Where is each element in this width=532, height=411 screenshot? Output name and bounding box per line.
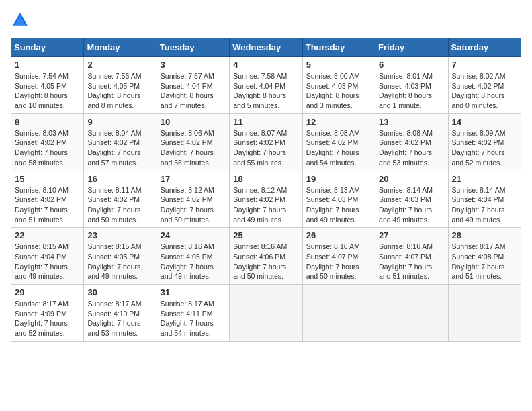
sunrise-label: Sunrise: 8:16 AM: [306, 242, 360, 250]
daylight-label: Daylight: 7 hours and 53 minutes.: [379, 148, 432, 167]
daylight-label: Daylight: 8 hours and 5 minutes.: [233, 91, 286, 109]
day-info: Sunrise: 8:08 AM Sunset: 4:02 PM Dayligh…: [379, 128, 444, 168]
day-cell-25: 25 Sunrise: 8:16 AM Sunset: 4:06 PM Dayl…: [230, 228, 302, 285]
sunrise-label: Sunrise: 8:16 AM: [161, 242, 214, 250]
day-number: 21: [452, 174, 517, 184]
day-cell-8: 8 Sunrise: 8:03 AM Sunset: 4:02 PM Dayli…: [11, 113, 84, 171]
header-row: SundayMondayTuesdayWednesdayThursdayFrid…: [11, 38, 521, 57]
week-row-3: 15 Sunrise: 8:10 AM Sunset: 4:02 PM Dayl…: [11, 171, 521, 228]
day-info: Sunrise: 8:16 AM Sunset: 4:07 PM Dayligh…: [379, 242, 444, 281]
day-cell-9: 9 Sunrise: 8:04 AM Sunset: 4:02 PM Dayli…: [84, 113, 157, 171]
sunset-label: Sunset: 4:07 PM: [379, 253, 431, 261]
sunset-label: Sunset: 4:07 PM: [306, 253, 359, 261]
day-number: 24: [161, 230, 226, 240]
sunrise-label: Sunrise: 8:08 AM: [306, 129, 360, 137]
daylight-label: Daylight: 8 hours and 3 minutes.: [306, 91, 359, 109]
day-header-wednesday: Wednesday: [230, 38, 302, 57]
day-info: Sunrise: 8:06 AM Sunset: 4:02 PM Dayligh…: [161, 128, 226, 168]
empty-cell: [230, 285, 302, 342]
sunrise-label: Sunrise: 7:58 AM: [233, 72, 287, 80]
sunset-label: Sunset: 4:04 PM: [15, 253, 67, 261]
sunrise-label: Sunrise: 8:17 AM: [15, 300, 69, 308]
sunrise-label: Sunrise: 8:09 AM: [452, 129, 506, 137]
day-info: Sunrise: 8:10 AM Sunset: 4:02 PM Dayligh…: [15, 185, 80, 225]
daylight-label: Daylight: 7 hours and 50 minutes.: [161, 205, 214, 224]
day-number: 10: [161, 117, 226, 127]
sunrise-label: Sunrise: 8:08 AM: [379, 129, 433, 137]
daylight-label: Daylight: 8 hours and 10 minutes.: [15, 91, 68, 109]
day-cell-21: 21 Sunrise: 8:14 AM Sunset: 4:04 PM Dayl…: [448, 171, 521, 228]
sunset-label: Sunset: 4:06 PM: [233, 253, 285, 261]
sunset-label: Sunset: 4:05 PM: [15, 82, 67, 90]
sunrise-label: Sunrise: 8:06 AM: [161, 129, 214, 137]
sunrise-label: Sunrise: 8:03 AM: [15, 129, 69, 137]
daylight-label: Daylight: 7 hours and 58 minutes.: [15, 148, 68, 167]
sunset-label: Sunset: 4:03 PM: [379, 195, 431, 203]
day-number: 27: [379, 230, 444, 240]
day-cell-7: 7 Sunrise: 8:02 AM Sunset: 4:02 PM Dayli…: [448, 57, 521, 114]
day-header-thursday: Thursday: [302, 38, 375, 57]
day-number: 4: [233, 60, 298, 70]
day-cell-2: 2 Sunrise: 7:56 AM Sunset: 4:05 PM Dayli…: [84, 57, 157, 114]
sunset-label: Sunset: 4:02 PM: [15, 138, 67, 146]
page-header: [11, 11, 521, 30]
day-cell-20: 20 Sunrise: 8:14 AM Sunset: 4:03 PM Dayl…: [375, 171, 448, 228]
day-number: 19: [306, 174, 371, 184]
sunset-label: Sunset: 4:05 PM: [161, 253, 213, 261]
day-info: Sunrise: 8:12 AM Sunset: 4:02 PM Dayligh…: [161, 185, 226, 225]
day-info: Sunrise: 8:15 AM Sunset: 4:04 PM Dayligh…: [15, 242, 80, 281]
day-header-friday: Friday: [375, 38, 448, 57]
day-info: Sunrise: 8:04 AM Sunset: 4:02 PM Dayligh…: [87, 128, 152, 168]
day-cell-29: 29 Sunrise: 8:17 AM Sunset: 4:09 PM Dayl…: [11, 285, 84, 342]
day-cell-10: 10 Sunrise: 8:06 AM Sunset: 4:02 PM Dayl…: [157, 113, 229, 171]
day-info: Sunrise: 8:07 AM Sunset: 4:02 PM Dayligh…: [233, 128, 298, 168]
sunset-label: Sunset: 4:02 PM: [233, 138, 285, 146]
sunrise-label: Sunrise: 7:56 AM: [87, 72, 141, 80]
day-info: Sunrise: 8:16 AM Sunset: 4:07 PM Dayligh…: [306, 242, 371, 281]
day-cell-17: 17 Sunrise: 8:12 AM Sunset: 4:02 PM Dayl…: [157, 171, 229, 228]
logo-icon: [11, 11, 30, 30]
sunset-label: Sunset: 4:02 PM: [161, 195, 213, 203]
logo: [11, 11, 32, 30]
day-number: 30: [87, 287, 152, 298]
day-info: Sunrise: 8:17 AM Sunset: 4:10 PM Dayligh…: [87, 299, 152, 338]
empty-cell: [448, 285, 521, 342]
day-number: 12: [306, 117, 371, 127]
day-info: Sunrise: 8:12 AM Sunset: 4:02 PM Dayligh…: [233, 185, 298, 225]
day-info: Sunrise: 8:17 AM Sunset: 4:11 PM Dayligh…: [161, 299, 226, 338]
day-number: 22: [15, 230, 80, 240]
day-cell-24: 24 Sunrise: 8:16 AM Sunset: 4:05 PM Dayl…: [157, 228, 229, 285]
day-info: Sunrise: 8:01 AM Sunset: 4:03 PM Dayligh…: [379, 71, 444, 111]
sunrise-label: Sunrise: 8:10 AM: [15, 186, 69, 194]
day-cell-1: 1 Sunrise: 7:54 AM Sunset: 4:05 PM Dayli…: [11, 57, 84, 114]
daylight-label: Daylight: 7 hours and 49 minutes.: [15, 263, 68, 281]
sunset-label: Sunset: 4:02 PM: [233, 195, 285, 203]
day-number: 3: [161, 60, 226, 70]
day-info: Sunrise: 7:57 AM Sunset: 4:04 PM Dayligh…: [161, 71, 226, 111]
day-info: Sunrise: 8:03 AM Sunset: 4:02 PM Dayligh…: [15, 128, 80, 168]
day-info: Sunrise: 8:17 AM Sunset: 4:09 PM Dayligh…: [15, 299, 80, 338]
daylight-label: Daylight: 7 hours and 56 minutes.: [161, 148, 214, 167]
daylight-label: Daylight: 7 hours and 54 minutes.: [306, 148, 359, 167]
day-number: 17: [161, 174, 226, 184]
week-row-4: 22 Sunrise: 8:15 AM Sunset: 4:04 PM Dayl…: [11, 228, 521, 285]
daylight-label: Daylight: 7 hours and 51 minutes.: [15, 205, 68, 224]
day-info: Sunrise: 8:17 AM Sunset: 4:08 PM Dayligh…: [452, 242, 517, 281]
daylight-label: Daylight: 7 hours and 52 minutes.: [15, 319, 68, 337]
sunset-label: Sunset: 4:03 PM: [379, 82, 431, 90]
day-cell-11: 11 Sunrise: 8:07 AM Sunset: 4:02 PM Dayl…: [230, 113, 302, 171]
day-cell-19: 19 Sunrise: 8:13 AM Sunset: 4:03 PM Dayl…: [302, 171, 375, 228]
day-number: 20: [379, 174, 444, 184]
sunrise-label: Sunrise: 8:17 AM: [87, 300, 141, 308]
day-number: 9: [87, 117, 152, 127]
day-number: 28: [452, 230, 517, 240]
day-cell-31: 31 Sunrise: 8:17 AM Sunset: 4:11 PM Dayl…: [157, 285, 229, 342]
sunrise-label: Sunrise: 8:04 AM: [87, 129, 141, 137]
sunset-label: Sunset: 4:02 PM: [452, 138, 504, 146]
day-cell-16: 16 Sunrise: 8:11 AM Sunset: 4:02 PM Dayl…: [84, 171, 157, 228]
daylight-label: Daylight: 7 hours and 53 minutes.: [87, 319, 140, 337]
sunrise-label: Sunrise: 8:16 AM: [379, 242, 433, 250]
week-row-1: 1 Sunrise: 7:54 AM Sunset: 4:05 PM Dayli…: [11, 57, 521, 114]
day-cell-14: 14 Sunrise: 8:09 AM Sunset: 4:02 PM Dayl…: [448, 113, 521, 171]
daylight-label: Daylight: 7 hours and 54 minutes.: [161, 319, 214, 337]
